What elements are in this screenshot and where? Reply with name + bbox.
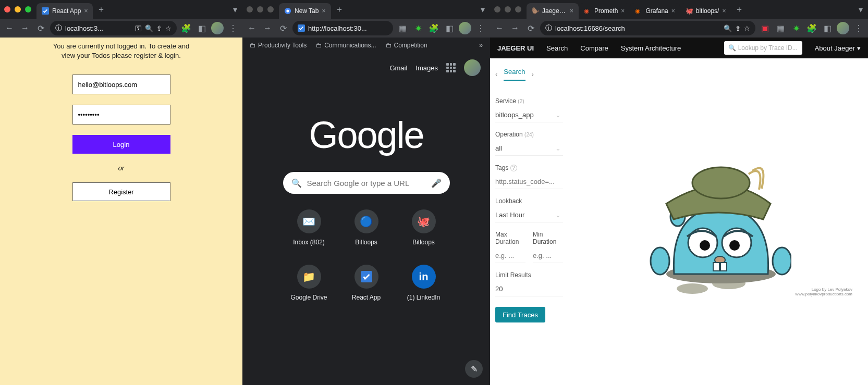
subtab-prev-icon[interactable]: ‹ <box>495 70 497 78</box>
sidepanel-icon[interactable]: ◧ <box>195 22 208 34</box>
share-icon[interactable]: ⇪ <box>735 24 741 32</box>
maximize-window-icon[interactable] <box>25 6 31 13</box>
star-icon[interactable]: ☆ <box>744 24 750 32</box>
back-button[interactable]: ← <box>493 22 506 34</box>
new-tab-button[interactable]: ＋ <box>93 4 109 15</box>
nav-architecture[interactable]: System Architecture <box>621 44 681 52</box>
menu-icon[interactable]: ⋮ <box>474 22 487 34</box>
sidepanel-icon[interactable]: ◧ <box>821 22 834 34</box>
images-link[interactable]: Images <box>415 64 438 72</box>
tags-input[interactable] <box>495 175 563 189</box>
close-tab-icon[interactable]: × <box>84 7 88 15</box>
subtab-next-icon[interactable]: › <box>532 70 534 78</box>
bookmark-overflow-chevron-icon[interactable]: » <box>479 42 483 49</box>
profile-avatar[interactable] <box>837 22 849 34</box>
minimize-window-icon[interactable] <box>15 6 21 13</box>
voice-search-icon[interactable]: 🎤 <box>431 178 442 188</box>
shortcut-item[interactable]: ✉️Inbox (802) <box>280 209 338 262</box>
nav-search[interactable]: Search <box>546 44 568 52</box>
star-icon[interactable]: ☆ <box>165 24 172 32</box>
close-tab-icon[interactable]: × <box>570 7 573 15</box>
register-button[interactable]: Register <box>72 182 170 201</box>
extension-icon[interactable]: ✷ <box>790 22 802 34</box>
extensions-icon[interactable]: 🧩 <box>805 22 818 34</box>
close-tab-icon[interactable]: × <box>322 7 325 15</box>
extension-icon[interactable]: ▣ <box>759 22 771 34</box>
bookmark-folder[interactable]: 🗀Productivity Tools <box>250 42 307 49</box>
extensions-icon[interactable]: 🧩 <box>180 22 192 34</box>
limit-input[interactable] <box>495 282 563 296</box>
share-icon[interactable]: ⇪ <box>156 24 162 32</box>
forward-button[interactable]: → <box>261 22 274 34</box>
find-traces-button[interactable]: Find Traces <box>495 307 545 322</box>
operation-select[interactable]: all⌄ <box>495 141 563 156</box>
tab-list-chevron-icon[interactable]: ▾ <box>853 5 868 15</box>
browser-tab-prometheus[interactable]: ◉ Prometh × <box>579 3 630 19</box>
tab-list-chevron-icon[interactable]: ▾ <box>475 5 490 15</box>
min-duration-input[interactable] <box>533 249 563 263</box>
search-input[interactable] <box>307 179 426 188</box>
gmail-link[interactable]: Gmail <box>389 64 407 72</box>
subtab-search[interactable]: Search <box>504 68 525 81</box>
nav-compare[interactable]: Compare <box>580 44 608 52</box>
close-tab-icon[interactable]: × <box>621 7 625 15</box>
minimize-window-icon[interactable] <box>257 6 263 13</box>
omnibox[interactable]: ⓘ localhost:3... ⚿ 🔍 ⇪ ☆ <box>50 21 177 35</box>
extension-icon[interactable]: ▦ <box>774 22 787 34</box>
profile-avatar[interactable] <box>211 22 224 34</box>
tab-list-chevron-icon[interactable]: ▾ <box>228 5 242 15</box>
shortcut-item[interactable]: 🐙Bitloops <box>395 209 453 262</box>
lookback-select[interactable]: Last Hour⌄ <box>495 208 563 222</box>
shortcut-item[interactable]: in(1) LinkedIn <box>395 265 453 317</box>
page-content: 🗀Productivity Tools 🗀Communications... 🗀… <box>242 38 490 385</box>
browser-tab-jaeger[interactable]: 🦫 Jaeger U × <box>527 3 579 19</box>
close-window-icon[interactable] <box>4 6 10 13</box>
max-duration-input[interactable] <box>495 249 525 263</box>
email-field[interactable] <box>72 74 170 94</box>
forward-button[interactable]: → <box>19 22 31 34</box>
browser-tab-grafana[interactable]: ◉ Grafana × <box>630 3 680 19</box>
password-field[interactable] <box>72 105 170 125</box>
bookmark-folder[interactable]: 🗀Competition <box>386 42 427 49</box>
close-tab-icon[interactable]: × <box>722 7 726 15</box>
extension-icon[interactable]: ✷ <box>412 22 424 34</box>
customize-button[interactable]: ✎ <box>465 360 483 378</box>
new-tab-button[interactable]: ＋ <box>331 4 348 15</box>
extensions-icon[interactable]: 🧩 <box>427 22 440 34</box>
browser-tab[interactable]: React App × <box>36 3 93 19</box>
shortcut-item[interactable]: 🔵Bitloops <box>338 209 395 262</box>
omnibox[interactable]: http://localhost:30... <box>292 21 393 35</box>
new-tab-button[interactable]: ＋ <box>731 4 748 15</box>
menu-icon[interactable]: ⋮ <box>227 22 239 34</box>
reload-button[interactable]: ⟳ <box>524 22 537 34</box>
close-window-icon[interactable] <box>494 6 500 13</box>
search-box[interactable]: 🔍 🎤 <box>283 172 450 194</box>
reload-button[interactable]: ⟳ <box>34 22 47 34</box>
shortcut-item[interactable]: React App <box>338 265 395 317</box>
back-button[interactable]: ← <box>246 22 258 34</box>
sidepanel-icon[interactable]: ◧ <box>443 22 456 34</box>
bookmark-folder[interactable]: 🗀Communications... <box>316 42 376 49</box>
forward-button[interactable]: → <box>509 22 521 34</box>
reload-button[interactable]: ⟳ <box>277 22 289 34</box>
maximize-window-icon[interactable] <box>515 6 521 13</box>
menu-icon[interactable]: ⋮ <box>852 22 865 34</box>
omnibox[interactable]: ⓘ localhost:16686/search 🔍 ⇪ ☆ <box>540 21 755 35</box>
about-menu[interactable]: About Jaeger ▾ <box>815 44 861 52</box>
shortcut-item[interactable]: 📁Google Drive <box>280 265 338 317</box>
close-tab-icon[interactable]: × <box>671 7 675 15</box>
trace-lookup-input[interactable]: 🔍 Lookup by Trace ID... <box>724 41 802 55</box>
back-button[interactable]: ← <box>3 22 16 34</box>
login-button[interactable]: Login <box>72 135 170 154</box>
profile-avatar-large[interactable] <box>464 59 481 76</box>
profile-avatar[interactable] <box>459 22 471 34</box>
browser-tab[interactable]: New Tab × <box>279 3 331 19</box>
service-select[interactable]: bitloops_app⌄ <box>495 108 563 122</box>
maximize-window-icon[interactable] <box>267 6 274 13</box>
translate-icon[interactable]: ▦ <box>396 22 409 34</box>
close-window-icon[interactable] <box>247 6 253 13</box>
minimize-window-icon[interactable] <box>505 6 511 13</box>
url-text: localhost:3... <box>65 24 132 32</box>
browser-tab-github[interactable]: 🐙 bitloops/ × <box>680 3 731 19</box>
google-apps-icon[interactable] <box>446 63 456 72</box>
